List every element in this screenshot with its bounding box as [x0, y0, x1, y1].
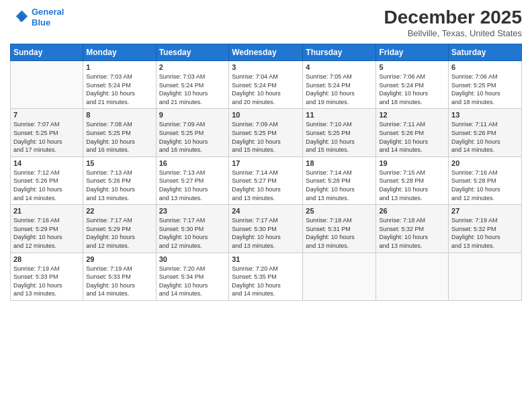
day-info: Sunrise: 7:18 AM Sunset: 5:31 PM Dayligh…	[306, 216, 373, 250]
day-info: Sunrise: 7:12 AM Sunset: 5:26 PM Dayligh…	[13, 169, 80, 202]
day-number: 18	[306, 159, 373, 167]
calendar-cell: 20Sunrise: 7:16 AM Sunset: 5:28 PM Dayli…	[449, 156, 522, 204]
day-number: 23	[159, 207, 226, 215]
logo-icon	[10, 8, 29, 27]
month-title: December 2025	[384, 7, 522, 28]
calendar-week-row: 14Sunrise: 7:12 AM Sunset: 5:26 PM Dayli…	[11, 156, 522, 204]
calendar-cell: 21Sunrise: 7:16 AM Sunset: 5:29 PM Dayli…	[11, 205, 83, 253]
day-number: 31	[232, 255, 300, 263]
day-number: 7	[13, 111, 80, 119]
day-number: 25	[306, 207, 373, 215]
weekday-header: Wednesday	[229, 44, 303, 61]
day-number: 10	[232, 111, 300, 119]
day-info: Sunrise: 7:19 AM Sunset: 5:32 PM Dayligh…	[451, 216, 519, 250]
calendar-cell: 8Sunrise: 7:08 AM Sunset: 5:25 PM Daylig…	[83, 109, 156, 156]
calendar-cell: 24Sunrise: 7:17 AM Sunset: 5:30 PM Dayli…	[229, 205, 303, 253]
calendar-cell	[303, 253, 376, 300]
calendar-cell: 29Sunrise: 7:19 AM Sunset: 5:33 PM Dayli…	[83, 253, 156, 300]
calendar-week-row: 1Sunrise: 7:03 AM Sunset: 5:24 PM Daylig…	[11, 61, 522, 109]
weekday-header: Tuesday	[156, 44, 229, 61]
day-number: 24	[232, 207, 300, 215]
calendar-cell: 25Sunrise: 7:18 AM Sunset: 5:31 PM Dayli…	[303, 205, 376, 253]
calendar-cell: 30Sunrise: 7:20 AM Sunset: 5:34 PM Dayli…	[156, 253, 229, 300]
day-number: 12	[379, 111, 445, 119]
day-number: 11	[306, 111, 373, 119]
day-number: 16	[159, 159, 226, 167]
logo-text: General Blue	[32, 7, 64, 28]
weekday-header: Monday	[83, 44, 156, 61]
day-number: 3	[232, 63, 300, 71]
day-info: Sunrise: 7:20 AM Sunset: 5:35 PM Dayligh…	[232, 265, 300, 298]
weekday-header: Sunday	[11, 44, 83, 61]
day-number: 4	[306, 63, 373, 71]
day-info: Sunrise: 7:09 AM Sunset: 5:25 PM Dayligh…	[232, 120, 300, 154]
weekday-header: Saturday	[449, 44, 522, 61]
calendar-cell: 17Sunrise: 7:14 AM Sunset: 5:27 PM Dayli…	[229, 156, 303, 204]
day-number: 30	[159, 255, 226, 263]
calendar-cell: 16Sunrise: 7:13 AM Sunset: 5:27 PM Dayli…	[156, 156, 229, 204]
calendar-week-row: 21Sunrise: 7:16 AM Sunset: 5:29 PM Dayli…	[11, 205, 522, 253]
day-info: Sunrise: 7:13 AM Sunset: 5:26 PM Dayligh…	[86, 169, 152, 202]
calendar-cell: 4Sunrise: 7:05 AM Sunset: 5:24 PM Daylig…	[303, 61, 376, 109]
day-info: Sunrise: 7:09 AM Sunset: 5:25 PM Dayligh…	[159, 120, 226, 154]
header: General Blue December 2025 Bellville, Te…	[10, 7, 522, 38]
day-info: Sunrise: 7:04 AM Sunset: 5:24 PM Dayligh…	[232, 73, 300, 106]
calendar-cell: 27Sunrise: 7:19 AM Sunset: 5:32 PM Dayli…	[449, 205, 522, 253]
calendar-cell: 31Sunrise: 7:20 AM Sunset: 5:35 PM Dayli…	[229, 253, 303, 300]
calendar-cell: 13Sunrise: 7:11 AM Sunset: 5:26 PM Dayli…	[449, 109, 522, 156]
calendar-cell: 3Sunrise: 7:04 AM Sunset: 5:24 PM Daylig…	[229, 61, 303, 109]
day-info: Sunrise: 7:14 AM Sunset: 5:28 PM Dayligh…	[306, 169, 373, 202]
day-number: 17	[232, 159, 300, 167]
calendar-cell: 22Sunrise: 7:17 AM Sunset: 5:29 PM Dayli…	[83, 205, 156, 253]
calendar-table: SundayMondayTuesdayWednesdayThursdayFrid…	[10, 44, 522, 301]
day-number: 1	[86, 63, 152, 71]
day-info: Sunrise: 7:06 AM Sunset: 5:24 PM Dayligh…	[379, 73, 445, 106]
calendar-cell: 7Sunrise: 7:07 AM Sunset: 5:25 PM Daylig…	[11, 109, 83, 156]
day-number: 26	[379, 207, 445, 215]
day-number: 28	[13, 255, 80, 263]
calendar-cell: 6Sunrise: 7:06 AM Sunset: 5:25 PM Daylig…	[449, 61, 522, 109]
calendar-week-row: 28Sunrise: 7:19 AM Sunset: 5:33 PM Dayli…	[11, 253, 522, 300]
calendar-cell: 1Sunrise: 7:03 AM Sunset: 5:24 PM Daylig…	[83, 61, 156, 109]
calendar-cell: 12Sunrise: 7:11 AM Sunset: 5:26 PM Dayli…	[376, 109, 449, 156]
calendar-cell: 23Sunrise: 7:17 AM Sunset: 5:30 PM Dayli…	[156, 205, 229, 253]
day-info: Sunrise: 7:03 AM Sunset: 5:24 PM Dayligh…	[159, 73, 226, 106]
calendar-cell	[449, 253, 522, 300]
calendar-cell: 26Sunrise: 7:18 AM Sunset: 5:32 PM Dayli…	[376, 205, 449, 253]
calendar-header-row: SundayMondayTuesdayWednesdayThursdayFrid…	[11, 44, 522, 61]
day-number: 8	[86, 111, 152, 119]
day-info: Sunrise: 7:07 AM Sunset: 5:25 PM Dayligh…	[13, 120, 80, 154]
day-number: 29	[86, 255, 152, 263]
day-number: 14	[13, 159, 80, 167]
day-info: Sunrise: 7:19 AM Sunset: 5:33 PM Dayligh…	[86, 265, 152, 298]
calendar-cell: 14Sunrise: 7:12 AM Sunset: 5:26 PM Dayli…	[11, 156, 83, 204]
day-number: 13	[451, 111, 519, 119]
calendar-cell: 11Sunrise: 7:10 AM Sunset: 5:25 PM Dayli…	[303, 109, 376, 156]
calendar-cell: 18Sunrise: 7:14 AM Sunset: 5:28 PM Dayli…	[303, 156, 376, 204]
day-info: Sunrise: 7:08 AM Sunset: 5:25 PM Dayligh…	[86, 120, 152, 154]
day-info: Sunrise: 7:14 AM Sunset: 5:27 PM Dayligh…	[232, 169, 300, 202]
day-info: Sunrise: 7:19 AM Sunset: 5:33 PM Dayligh…	[13, 265, 80, 298]
calendar-cell	[376, 253, 449, 300]
calendar-cell: 5Sunrise: 7:06 AM Sunset: 5:24 PM Daylig…	[376, 61, 449, 109]
page: General Blue December 2025 Bellville, Te…	[0, 0, 532, 411]
day-number: 2	[159, 63, 226, 71]
calendar-cell: 9Sunrise: 7:09 AM Sunset: 5:25 PM Daylig…	[156, 109, 229, 156]
day-number: 20	[451, 159, 519, 167]
title-block: December 2025 Bellville, Texas, United S…	[384, 7, 522, 38]
calendar-cell	[11, 61, 83, 109]
day-info: Sunrise: 7:13 AM Sunset: 5:27 PM Dayligh…	[159, 169, 226, 202]
day-number: 19	[379, 159, 445, 167]
day-info: Sunrise: 7:11 AM Sunset: 5:26 PM Dayligh…	[379, 120, 445, 154]
weekday-header: Friday	[376, 44, 449, 61]
day-info: Sunrise: 7:20 AM Sunset: 5:34 PM Dayligh…	[159, 265, 226, 298]
day-number: 9	[159, 111, 226, 119]
day-info: Sunrise: 7:17 AM Sunset: 5:30 PM Dayligh…	[232, 216, 300, 250]
calendar-cell: 28Sunrise: 7:19 AM Sunset: 5:33 PM Dayli…	[11, 253, 83, 300]
day-info: Sunrise: 7:06 AM Sunset: 5:25 PM Dayligh…	[451, 73, 519, 106]
calendar-cell: 10Sunrise: 7:09 AM Sunset: 5:25 PM Dayli…	[229, 109, 303, 156]
calendar-cell: 15Sunrise: 7:13 AM Sunset: 5:26 PM Dayli…	[83, 156, 156, 204]
calendar-cell: 2Sunrise: 7:03 AM Sunset: 5:24 PM Daylig…	[156, 61, 229, 109]
day-number: 6	[451, 63, 519, 71]
day-info: Sunrise: 7:11 AM Sunset: 5:26 PM Dayligh…	[451, 120, 519, 154]
